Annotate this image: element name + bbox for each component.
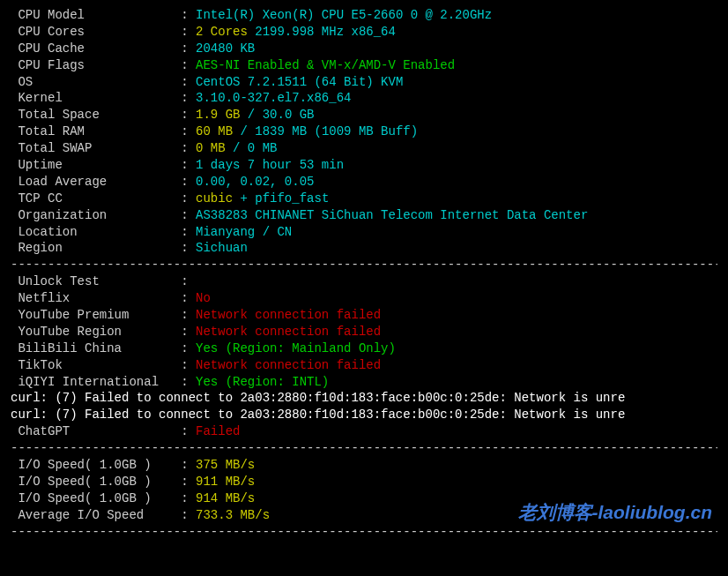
- row-value: Intel(R) Xeon(R) CPU E5-2660 0 @ 2.20GHz: [196, 8, 492, 22]
- sysinfo-row: Region : Sichuan: [11, 240, 717, 257]
- row-label: CPU Cores: [11, 25, 181, 39]
- row-prefix: 1.9 GB: [196, 108, 240, 122]
- unlock-header-row: Unlock Test :: [11, 273, 717, 290]
- row-value: 375 MB/s: [196, 458, 255, 472]
- row-separator: :: [181, 58, 196, 72]
- row-label: Total Space: [11, 108, 181, 122]
- row-label: OS: [11, 75, 181, 89]
- row-separator: :: [181, 225, 196, 239]
- row-separator: :: [181, 341, 196, 355]
- row-value: Yes (Region: Mainland Only): [196, 341, 396, 355]
- divider-line: ----------------------------------------…: [11, 524, 717, 541]
- unlock-row: Netflix : No: [11, 290, 717, 307]
- unlock-row: TikTok : Network connection failed: [11, 357, 717, 374]
- row-value: Sichuan: [196, 241, 248, 255]
- divider-line: ----------------------------------------…: [11, 257, 717, 273]
- row-value: Network connection failed: [196, 325, 381, 339]
- row-separator: :: [181, 358, 196, 372]
- row-label: TCP CC: [11, 191, 181, 206]
- terminal-output: CPU Model : Intel(R) Xeon(R) CPU E5-2660…: [11, 7, 717, 541]
- row-separator: :: [181, 25, 196, 39]
- row-separator: :: [181, 208, 196, 222]
- row-separator: :: [181, 8, 196, 22]
- sysinfo-row: CPU Flags : AES-NI Enabled & VM-x/AMD-V …: [11, 57, 717, 74]
- row-separator: :: [181, 424, 196, 438]
- row-value: 914 MB/s: [196, 491, 255, 505]
- row-separator: :: [181, 91, 196, 105]
- row-separator: :: [181, 75, 196, 89]
- curl-error-line: curl: (7) Failed to connect to 2a03:2880…: [11, 407, 717, 423]
- row-label: Total RAM: [11, 124, 181, 138]
- unlock-row: BiliBili China : Yes (Region: Mainland O…: [11, 340, 717, 357]
- sysinfo-row: Load Average : 0.00, 0.02, 0.05: [11, 174, 717, 191]
- row-value: / 1839 MB (1009 MB Buff): [233, 124, 418, 138]
- row-value: + pfifo_fast: [233, 191, 329, 206]
- row-value: Yes (Region: INTL): [196, 375, 329, 389]
- row-separator: :: [181, 175, 196, 189]
- row-label: Load Average: [11, 175, 181, 189]
- row-label: Location: [11, 225, 181, 239]
- sysinfo-row: Total SWAP : 0 MB / 0 MB: [11, 140, 717, 157]
- row-separator: :: [181, 375, 196, 389]
- row-separator: :: [181, 41, 196, 56]
- unlock-row: YouTube Region : Network connection fail…: [11, 324, 717, 340]
- row-label: Organization: [11, 208, 181, 222]
- row-value: CentOS 7.2.1511 (64 Bit) KVM: [196, 75, 403, 89]
- row-label: CPU Cache: [11, 41, 181, 56]
- row-label: Unlock Test: [11, 274, 181, 288]
- row-separator: :: [181, 491, 196, 505]
- curl-error-line: curl: (7) Failed to connect to 2a03:2880…: [11, 390, 717, 407]
- row-value: Failed: [196, 424, 240, 438]
- row-value: AS38283 CHINANET SiChuan Telecom Interne…: [196, 208, 588, 222]
- row-label: YouTube Region: [11, 325, 181, 339]
- row-value: Network connection failed: [196, 308, 381, 322]
- row-label: CPU Flags: [11, 58, 181, 72]
- row-value: No: [196, 291, 211, 305]
- row-value: Network connection failed: [196, 358, 381, 372]
- row-separator: :: [181, 325, 196, 339]
- row-value: 20480 KB: [196, 41, 255, 56]
- row-label: Region: [11, 241, 181, 255]
- row-separator: :: [181, 241, 196, 255]
- io-speed-row: Average I/O Speed : 733.3 MB/s: [11, 507, 717, 524]
- row-separator: :: [181, 141, 196, 155]
- row-separator: :: [181, 508, 196, 522]
- unlock-row: YouTube Premium : Network connection fai…: [11, 307, 717, 324]
- row-label: Kernel: [11, 91, 181, 105]
- row-label: I/O Speed( 1.0GB ): [11, 475, 181, 489]
- io-speed-row: I/O Speed( 1.0GB ) : 375 MB/s: [11, 457, 717, 474]
- row-value: 0.00, 0.02, 0.05: [196, 175, 314, 189]
- sysinfo-row: Total RAM : 60 MB / 1839 MB (1009 MB Buf…: [11, 123, 717, 140]
- row-prefix: 0 MB: [196, 141, 226, 155]
- row-label: BiliBili China: [11, 341, 181, 355]
- row-label: ChatGPT: [11, 424, 181, 438]
- sysinfo-row: Total Space : 1.9 GB / 30.0 GB: [11, 107, 717, 123]
- sysinfo-row: OS : CentOS 7.2.1511 (64 Bit) KVM: [11, 74, 717, 91]
- row-separator: :: [181, 158, 196, 172]
- sysinfo-row: Uptime : 1 days 7 hour 53 min: [11, 157, 717, 174]
- row-prefix: 2 Cores: [196, 25, 248, 39]
- row-separator: :: [181, 124, 196, 138]
- sysinfo-row: Kernel : 3.10.0-327.el7.x86_64: [11, 90, 717, 107]
- row-value: Mianyang / CN: [196, 225, 292, 239]
- row-label: I/O Speed( 1.0GB ): [11, 491, 181, 505]
- divider-line: ----------------------------------------…: [11, 440, 717, 457]
- sysinfo-row: Organization : AS38283 CHINANET SiChuan …: [11, 207, 717, 224]
- row-separator: :: [181, 274, 196, 288]
- chatgpt-row: ChatGPT : Failed: [11, 423, 717, 440]
- row-value: 3.10.0-327.el7.x86_64: [196, 91, 351, 105]
- sysinfo-row: TCP CC : cubic + pfifo_fast: [11, 191, 717, 207]
- row-separator: :: [181, 458, 196, 472]
- row-value: / 0 MB: [226, 141, 278, 155]
- row-label: Average I/O Speed: [11, 508, 181, 522]
- row-value: 911 MB/s: [196, 475, 255, 489]
- row-separator: :: [181, 191, 196, 206]
- io-speed-row: I/O Speed( 1.0GB ) : 911 MB/s: [11, 474, 717, 490]
- io-speed-row: I/O Speed( 1.0GB ) : 914 MB/s: [11, 490, 717, 507]
- row-value: / 30.0 GB: [240, 108, 314, 122]
- row-separator: :: [181, 108, 196, 122]
- row-prefix: 60 MB: [196, 124, 233, 138]
- row-separator: :: [181, 308, 196, 322]
- row-label: Uptime: [11, 158, 181, 172]
- row-prefix: cubic: [196, 191, 233, 206]
